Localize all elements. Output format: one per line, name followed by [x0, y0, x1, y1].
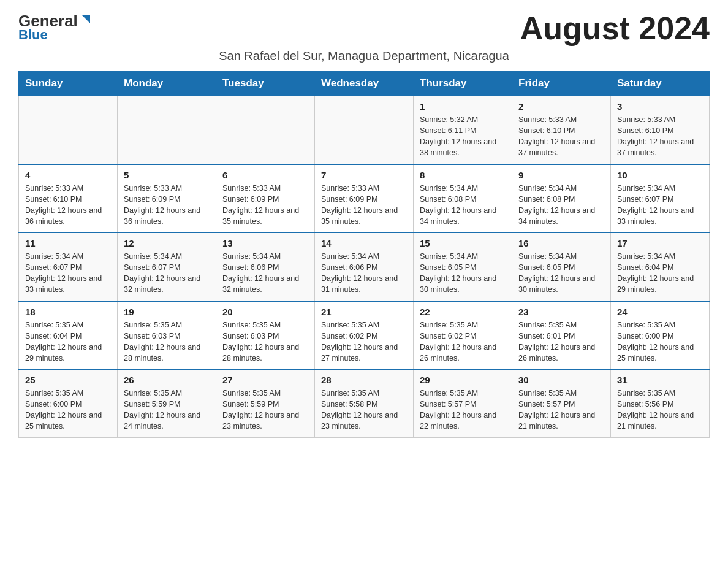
calendar-cell: 18Sunrise: 5:35 AMSunset: 6:04 PMDayligh… — [19, 301, 118, 370]
day-info: Sunrise: 5:34 AMSunset: 6:07 PMDaylight:… — [617, 183, 703, 228]
day-info: Sunrise: 5:35 AMSunset: 6:02 PMDaylight:… — [321, 320, 407, 364]
calendar-cell — [216, 96, 315, 164]
day-number: 26 — [124, 375, 210, 385]
weekday-header-thursday: Thursday — [414, 71, 512, 96]
calendar-cell: 8Sunrise: 5:34 AMSunset: 6:08 PMDaylight… — [414, 164, 512, 233]
calendar-week-row: 11Sunrise: 5:34 AMSunset: 6:07 PMDayligh… — [19, 232, 710, 301]
calendar-cell: 12Sunrise: 5:34 AMSunset: 6:07 PMDayligh… — [118, 232, 216, 301]
calendar-cell — [315, 96, 414, 164]
calendar-week-row: 25Sunrise: 5:35 AMSunset: 6:00 PMDayligh… — [19, 369, 710, 437]
day-info: Sunrise: 5:33 AMSunset: 6:09 PMDaylight:… — [321, 183, 407, 228]
logo-blue: Blue — [18, 27, 48, 43]
calendar-cell: 4Sunrise: 5:33 AMSunset: 6:10 PMDaylight… — [19, 164, 118, 233]
day-info: Sunrise: 5:35 AMSunset: 5:59 PMDaylight:… — [222, 388, 308, 432]
month-year-title: August 2024 — [520, 12, 710, 44]
day-number: 20 — [222, 307, 308, 317]
day-info: Sunrise: 5:35 AMSunset: 6:00 PMDaylight:… — [25, 388, 111, 432]
day-info: Sunrise: 5:35 AMSunset: 6:03 PMDaylight:… — [222, 320, 308, 364]
calendar-week-row: 1Sunrise: 5:32 AMSunset: 6:11 PMDaylight… — [19, 96, 710, 164]
calendar-cell: 6Sunrise: 5:33 AMSunset: 6:09 PMDaylight… — [216, 164, 315, 233]
day-info: Sunrise: 5:34 AMSunset: 6:08 PMDaylight:… — [420, 183, 506, 228]
location-text: San Rafael del Sur, Managua Department, … — [18, 49, 710, 63]
day-info: Sunrise: 5:35 AMSunset: 5:59 PMDaylight:… — [124, 388, 210, 432]
day-number: 23 — [518, 307, 604, 317]
day-info: Sunrise: 5:35 AMSunset: 5:57 PMDaylight:… — [420, 388, 506, 432]
day-info: Sunrise: 5:35 AMSunset: 6:03 PMDaylight:… — [124, 320, 210, 364]
day-info: Sunrise: 5:35 AMSunset: 6:02 PMDaylight:… — [420, 320, 506, 364]
calendar-cell: 2Sunrise: 5:33 AMSunset: 6:10 PMDaylight… — [512, 96, 611, 164]
day-number: 4 — [25, 170, 111, 180]
day-number: 17 — [617, 238, 703, 248]
day-number: 31 — [617, 375, 703, 385]
weekday-header-friday: Friday — [512, 71, 611, 96]
calendar-cell: 10Sunrise: 5:34 AMSunset: 6:07 PMDayligh… — [611, 164, 710, 233]
day-number: 19 — [124, 307, 210, 317]
calendar-cell: 15Sunrise: 5:34 AMSunset: 6:05 PMDayligh… — [414, 232, 512, 301]
day-number: 14 — [321, 238, 407, 248]
calendar-cell: 20Sunrise: 5:35 AMSunset: 6:03 PMDayligh… — [216, 301, 315, 370]
calendar-cell: 24Sunrise: 5:35 AMSunset: 6:00 PMDayligh… — [611, 301, 710, 370]
day-number: 15 — [420, 238, 506, 248]
day-info: Sunrise: 5:33 AMSunset: 6:09 PMDaylight:… — [222, 183, 308, 228]
weekday-header-wednesday: Wednesday — [315, 71, 414, 96]
calendar-cell: 28Sunrise: 5:35 AMSunset: 5:58 PMDayligh… — [315, 369, 414, 437]
calendar-cell: 23Sunrise: 5:35 AMSunset: 6:01 PMDayligh… — [512, 301, 611, 370]
day-number: 16 — [518, 238, 604, 248]
day-info: Sunrise: 5:34 AMSunset: 6:05 PMDaylight:… — [518, 251, 604, 296]
calendar-cell: 1Sunrise: 5:32 AMSunset: 6:11 PMDaylight… — [414, 96, 512, 164]
day-number: 21 — [321, 307, 407, 317]
calendar-cell: 14Sunrise: 5:34 AMSunset: 6:06 PMDayligh… — [315, 232, 414, 301]
calendar-cell: 27Sunrise: 5:35 AMSunset: 5:59 PMDayligh… — [216, 369, 315, 437]
calendar-week-row: 18Sunrise: 5:35 AMSunset: 6:04 PMDayligh… — [19, 301, 710, 370]
day-info: Sunrise: 5:34 AMSunset: 6:06 PMDaylight:… — [222, 251, 308, 296]
calendar-cell: 16Sunrise: 5:34 AMSunset: 6:05 PMDayligh… — [512, 232, 611, 301]
day-number: 18 — [25, 307, 111, 317]
day-number: 7 — [321, 170, 407, 180]
day-number: 1 — [420, 101, 506, 112]
day-info: Sunrise: 5:35 AMSunset: 6:01 PMDaylight:… — [518, 320, 604, 364]
day-info: Sunrise: 5:33 AMSunset: 6:10 PMDaylight:… — [617, 114, 703, 159]
title-block: August 2024 — [520, 12, 710, 44]
day-number: 9 — [518, 170, 604, 180]
calendar-cell: 21Sunrise: 5:35 AMSunset: 6:02 PMDayligh… — [315, 301, 414, 370]
calendar-cell: 31Sunrise: 5:35 AMSunset: 5:56 PMDayligh… — [611, 369, 710, 437]
day-info: Sunrise: 5:35 AMSunset: 6:00 PMDaylight:… — [617, 320, 703, 364]
day-number: 27 — [222, 375, 308, 385]
day-number: 24 — [617, 307, 703, 317]
day-info: Sunrise: 5:35 AMSunset: 6:04 PMDaylight:… — [25, 320, 111, 364]
day-number: 29 — [420, 375, 506, 385]
logo: General Blue — [18, 12, 93, 43]
day-info: Sunrise: 5:34 AMSunset: 6:08 PMDaylight:… — [518, 183, 604, 228]
day-info: Sunrise: 5:34 AMSunset: 6:04 PMDaylight:… — [617, 251, 703, 296]
day-number: 2 — [518, 101, 604, 112]
header: General Blue August 2024 — [18, 12, 710, 44]
logo-triangle-icon — [79, 12, 93, 26]
day-info: Sunrise: 5:34 AMSunset: 6:07 PMDaylight:… — [25, 251, 111, 296]
day-info: Sunrise: 5:33 AMSunset: 6:10 PMDaylight:… — [25, 183, 111, 228]
day-number: 28 — [321, 375, 407, 385]
day-info: Sunrise: 5:35 AMSunset: 5:56 PMDaylight:… — [617, 388, 703, 432]
day-number: 11 — [25, 238, 111, 248]
day-number: 30 — [518, 375, 604, 385]
day-info: Sunrise: 5:32 AMSunset: 6:11 PMDaylight:… — [420, 114, 506, 159]
weekday-header-sunday: Sunday — [19, 71, 118, 96]
day-number: 10 — [617, 170, 703, 180]
day-number: 13 — [222, 238, 308, 248]
day-info: Sunrise: 5:34 AMSunset: 6:06 PMDaylight:… — [321, 251, 407, 296]
calendar-cell: 25Sunrise: 5:35 AMSunset: 6:00 PMDayligh… — [19, 369, 118, 437]
calendar-cell: 9Sunrise: 5:34 AMSunset: 6:08 PMDaylight… — [512, 164, 611, 233]
day-info: Sunrise: 5:34 AMSunset: 6:07 PMDaylight:… — [124, 251, 210, 296]
weekday-header-monday: Monday — [118, 71, 216, 96]
svg-marker-0 — [82, 15, 90, 23]
day-number: 3 — [617, 101, 703, 112]
day-info: Sunrise: 5:33 AMSunset: 6:10 PMDaylight:… — [518, 114, 604, 159]
calendar-cell: 29Sunrise: 5:35 AMSunset: 5:57 PMDayligh… — [414, 369, 512, 437]
calendar-week-row: 4Sunrise: 5:33 AMSunset: 6:10 PMDaylight… — [19, 164, 710, 233]
calendar-cell: 30Sunrise: 5:35 AMSunset: 5:57 PMDayligh… — [512, 369, 611, 437]
weekday-header-row: SundayMondayTuesdayWednesdayThursdayFrid… — [19, 71, 710, 96]
calendar-cell: 11Sunrise: 5:34 AMSunset: 6:07 PMDayligh… — [19, 232, 118, 301]
weekday-header-saturday: Saturday — [611, 71, 710, 96]
day-info: Sunrise: 5:35 AMSunset: 5:58 PMDaylight:… — [321, 388, 407, 432]
day-info: Sunrise: 5:34 AMSunset: 6:05 PMDaylight:… — [420, 251, 506, 296]
calendar-cell: 17Sunrise: 5:34 AMSunset: 6:04 PMDayligh… — [611, 232, 710, 301]
